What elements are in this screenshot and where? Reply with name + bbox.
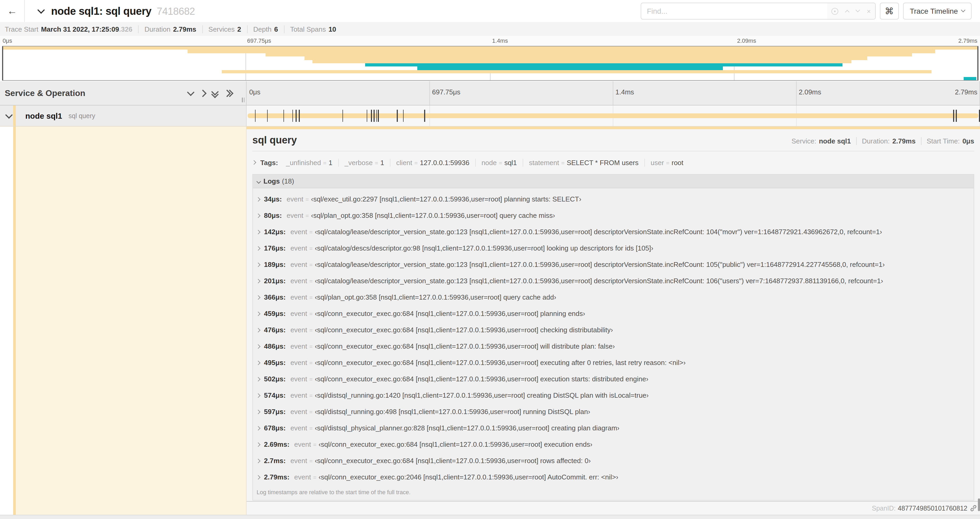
find-next-icon[interactable]	[856, 8, 860, 13]
log-field-value: ‹sql/plan_opt.go:358 [nsql1,client=127.0…	[311, 211, 555, 219]
tag-pill: _verbose=1	[338, 158, 390, 166]
link-icon[interactable]	[970, 505, 977, 512]
collapse-all-icon[interactable]	[212, 89, 218, 97]
equals-sign: =	[309, 261, 313, 268]
minimap-left-handle[interactable]	[2, 46, 3, 80]
equals-sign: =	[309, 376, 313, 382]
top-bar-actions: × ⌘ Trace Timeline	[640, 3, 972, 19]
log-field-name: event	[290, 408, 307, 416]
expand-all-icon[interactable]	[224, 91, 232, 96]
log-field-value: ‹sql/catalog/descs/descriptor.go:98 [nsq…	[315, 244, 653, 252]
chevron-right-icon	[256, 344, 261, 349]
log-entry-row[interactable]: 366μs:event=‹sql/plan_opt.go:358 [nsql1,…	[256, 289, 974, 305]
trace-summary-label: Trace Start	[5, 25, 38, 33]
tag-value: 127.0.0.1:59936	[420, 158, 469, 166]
equals-sign: =	[305, 212, 309, 219]
log-field-name: event	[290, 391, 307, 399]
find-input[interactable]	[641, 3, 827, 19]
log-timestamp: 486μs:	[264, 342, 286, 350]
minimap-span	[305, 56, 867, 60]
find-prev-icon[interactable]	[845, 10, 850, 14]
span-row-name-cell[interactable]: node sql1 sql query	[0, 105, 247, 126]
log-entry-row[interactable]: 189μs:event=‹sql/catalog/lease/descripto…	[256, 256, 974, 273]
log-field-name: event	[290, 326, 307, 334]
collapse-one-icon[interactable]	[187, 88, 194, 96]
trace-view-selector[interactable]: Trace Timeline	[903, 3, 972, 19]
span-detail-meta: Service:node sql1Duration:2.79msStart Ti…	[786, 137, 974, 145]
log-entry-row[interactable]: 495μs:event=‹sql/conn_executor_exec.go:6…	[256, 355, 974, 371]
log-entry-row[interactable]: 486μs:event=‹sql/conn_executor_exec.go:6…	[256, 338, 974, 355]
log-timestamp: 80μs:	[264, 211, 282, 219]
timeline-tick-label: 2.79ms	[958, 37, 977, 44]
chevron-right-icon	[256, 377, 261, 381]
log-timestamp: 201μs:	[264, 277, 286, 285]
log-marker-tick	[267, 110, 268, 122]
span-collapse-icon[interactable]	[5, 111, 13, 118]
log-timestamp: 176μs:	[264, 244, 286, 252]
log-entry-row[interactable]: 80μs:event=‹sql/plan_opt.go:358 [nsql1,c…	[256, 207, 974, 224]
log-timestamp: 366μs:	[264, 293, 286, 301]
span-operation-name: sql query	[68, 112, 95, 120]
column-resize-grip[interactable]	[242, 97, 245, 102]
keyboard-shortcuts-button[interactable]: ⌘	[880, 3, 899, 19]
minimap-span	[2, 46, 978, 50]
log-marker-tick	[296, 110, 296, 122]
log-timestamp: 678μs:	[264, 424, 286, 432]
span-duration-bar[interactable]	[248, 113, 978, 118]
vertical-scrollbar-thumb[interactable]	[978, 498, 980, 511]
log-field-value: ‹sql/catalog/lease/descriptor_version_st…	[315, 228, 882, 236]
log-marker-tick	[283, 110, 284, 122]
grid-line	[613, 81, 613, 105]
log-field-value: ‹sql/catalog/lease/descriptor_version_st…	[315, 260, 885, 268]
span-detail-title: sql query	[252, 134, 297, 146]
chevron-right-icon	[256, 311, 261, 316]
logs-accordion-header[interactable]: Logs (18)	[253, 174, 974, 188]
log-field-value: ‹sql/conn_executor_exec.go:684 [nsql1,cl…	[318, 441, 592, 448]
log-entry-row[interactable]: 142μs:event=‹sql/catalog/lease/descripto…	[256, 224, 974, 240]
log-entry-row[interactable]: 476μs:event=‹sql/conn_executor_exec.go:6…	[256, 322, 974, 338]
back-button[interactable]: ←	[0, 0, 25, 22]
chevron-right-icon	[256, 442, 261, 447]
log-entry-row[interactable]: 574μs:event=‹sql/distsql_running.go:1420…	[256, 387, 974, 404]
timeline-tick-label: 0μs	[3, 37, 12, 44]
log-entry-row[interactable]: 678μs:event=‹sql/distsql_physical_planne…	[256, 420, 974, 436]
log-entry-row[interactable]: 597μs:event=‹sql/distsql_running.go:498 …	[256, 404, 974, 420]
log-field-name: event	[290, 277, 307, 285]
tags-accordion[interactable]: Tags: _unfinished=1_verbose=1client=127.…	[252, 156, 974, 168]
equals-sign: =	[375, 160, 378, 166]
log-entry-row[interactable]: 176μs:event=‹sql/catalog/descs/descripto…	[256, 240, 974, 256]
chevron-right-icon	[256, 213, 261, 218]
log-field-name: event	[286, 211, 304, 219]
tag-key: client	[396, 158, 412, 166]
find-clear-icon[interactable]: ×	[867, 8, 871, 14]
expand-one-icon[interactable]	[199, 89, 207, 97]
top-bar: ← node sql1: sql query 7418682 × ⌘ Trace…	[0, 0, 980, 22]
logs-count: (18)	[282, 177, 294, 185]
log-entry-row[interactable]: 34μs:event=‹sql/exec_util.go:2297 [nsql1…	[256, 191, 974, 207]
detail-meta-label: Start Time:	[926, 137, 960, 145]
chevron-right-icon	[256, 262, 261, 267]
span-detail-header: sql query Service:node sql1Duration:2.79…	[252, 129, 974, 152]
log-marker-tick	[374, 110, 375, 122]
log-entry-row[interactable]: 2.79ms:event=‹sql/conn_executor_exec.go:…	[256, 469, 974, 485]
find-controls: ×	[827, 3, 875, 19]
tag-value: 1	[329, 158, 332, 166]
tag-value: 1	[380, 158, 384, 166]
trace-summary-value-suffix: .326	[119, 25, 132, 33]
tag-pill: _unfinished=1	[280, 158, 338, 166]
tag-key: user	[651, 158, 664, 166]
log-entry-row[interactable]: 502μs:event=‹sql/conn_executor_exec.go:6…	[256, 371, 974, 387]
log-entry-row[interactable]: 201μs:event=‹sql/catalog/lease/descripto…	[256, 273, 974, 289]
locate-icon[interactable]	[831, 8, 838, 14]
span-row-timeline-cell[interactable]	[247, 105, 980, 126]
trace-summary-bar: Trace StartMarch 31 2022, 17:25:09.326Du…	[0, 22, 980, 36]
log-entry-row[interactable]: 459μs:event=‹sql/conn_executor_exec.go:6…	[256, 305, 974, 322]
trace-collapse-icon[interactable]	[37, 6, 45, 14]
minimap-canvas[interactable]	[2, 46, 978, 81]
log-entry-row[interactable]: 2.7ms:event=‹sql/conn_executor_exec.go:6…	[256, 452, 974, 469]
log-entry-row[interactable]: 2.69ms:event=‹sql/conn_executor_exec.go:…	[256, 436, 974, 452]
span-detail-region: sql query Service:node sql1Duration:2.79…	[0, 126, 980, 515]
logs-footer-note: Log timestamps are relative to the start…	[253, 485, 974, 500]
tag-pill: statement=SELECT * FROM users	[523, 158, 644, 166]
minimap-right-handle[interactable]	[977, 46, 978, 80]
